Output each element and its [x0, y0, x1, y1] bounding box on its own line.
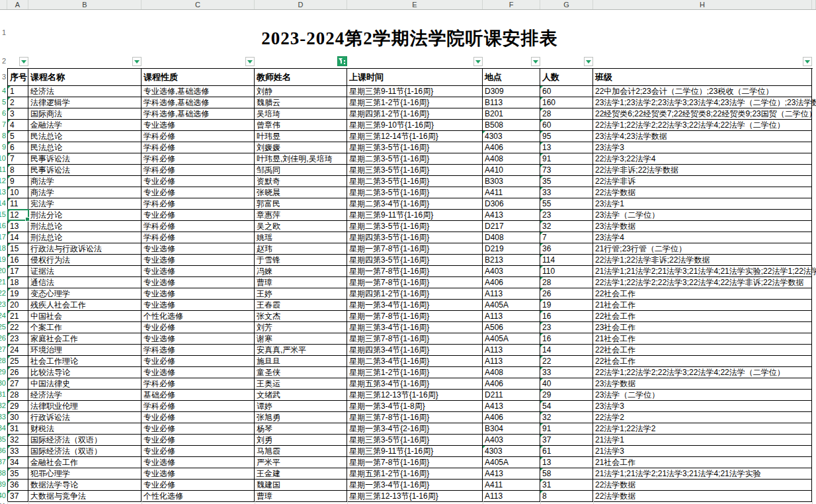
- cell[interactable]: 民法总论: [28, 142, 142, 153]
- cell[interactable]: 法律逻辑学: [28, 97, 142, 108]
- cell[interactable]: 中国法律史: [28, 378, 142, 390]
- cell[interactable]: 王婷: [255, 288, 347, 300]
- cell[interactable]: A413: [483, 468, 540, 480]
- cell[interactable]: 8: [8, 165, 28, 176]
- cell[interactable]: 23法学数据: [593, 378, 812, 390]
- cell[interactable]: 星期一第3-4节{1-8周}: [347, 401, 483, 412]
- filter-dropdown-button[interactable]: [531, 57, 540, 66]
- cell[interactable]: 26: [8, 367, 28, 378]
- cell[interactable]: 杨琴: [255, 423, 347, 435]
- cell[interactable]: 星期一第3-4节{1-16周}: [347, 300, 483, 311]
- cell[interactable]: B113: [483, 97, 540, 108]
- cell[interactable]: 23法学（二学位）: [593, 210, 812, 221]
- cell[interactable]: 星期一第7-8节{1-16周}: [347, 266, 483, 277]
- cell[interactable]: 22法学数据: [593, 480, 812, 491]
- cell[interactable]: 21法学1;21法学2;21法学3;21法学4;21法学实验: [593, 468, 812, 480]
- cell[interactable]: 基础必修: [142, 390, 255, 401]
- cell[interactable]: 经济法: [28, 86, 142, 97]
- cell[interactable]: 星期四第3-4节{1-16周}: [347, 345, 483, 356]
- row-number[interactable]: 5: [0, 98, 6, 106]
- cell[interactable]: 19: [8, 288, 28, 300]
- cell[interactable]: 社会工作理论: [28, 356, 142, 367]
- row-number[interactable]: 26: [0, 334, 6, 343]
- cell[interactable]: 4: [8, 120, 28, 131]
- row-number[interactable]: 20: [0, 267, 6, 275]
- cell[interactable]: 行政法与行政诉讼法: [28, 243, 142, 255]
- cell[interactable]: 环境治理: [28, 345, 142, 356]
- cell[interactable]: 星期三第12-14节{1-16周}: [347, 131, 483, 142]
- cell[interactable]: 星期四第3-5节{1-16周}: [347, 255, 483, 266]
- cell[interactable]: 专业必修: [142, 356, 255, 367]
- row-number[interactable]: 27: [0, 345, 6, 354]
- filter-dropdown-button[interactable]: [132, 57, 142, 66]
- cell[interactable]: 曹璋: [255, 277, 347, 288]
- cell[interactable]: 55: [540, 198, 593, 210]
- cell[interactable]: 刘芳: [255, 322, 347, 333]
- cell[interactable]: 专业选修: [142, 266, 255, 277]
- cell[interactable]: 22: [540, 356, 593, 367]
- column-letter[interactable]: G: [540, 0, 593, 9]
- row-number[interactable]: 10: [0, 154, 6, 163]
- row-number[interactable]: 12: [0, 177, 6, 185]
- filter-dropdown-button[interactable]: [803, 57, 812, 66]
- column-letter[interactable]: H: [593, 0, 812, 9]
- cell[interactable]: 73: [540, 165, 593, 176]
- cell[interactable]: 4303: [483, 446, 540, 457]
- row-number[interactable]: 11: [0, 165, 6, 174]
- cell[interactable]: 国际经济法（双语）: [28, 435, 142, 446]
- cell[interactable]: 23法学4;23法学数据: [593, 131, 812, 142]
- cell[interactable]: 15: [8, 243, 28, 255]
- cell[interactable]: 刑法分论: [28, 210, 142, 221]
- cell[interactable]: 商法学: [28, 187, 142, 198]
- cell[interactable]: 专业选修: [142, 457, 255, 468]
- cell[interactable]: 1: [8, 86, 28, 97]
- cell[interactable]: 22中加会计2;23会计（二学位）;23税收（二学位）: [593, 86, 812, 97]
- cell[interactable]: 星期四第1-2节{1-16周}: [347, 288, 483, 300]
- cell[interactable]: 110: [540, 266, 593, 277]
- column-letter-partial[interactable]: [812, 0, 816, 9]
- row-number[interactable]: 18: [0, 244, 6, 253]
- cell[interactable]: 22法学数据: [593, 491, 812, 502]
- cell[interactable]: 22社会工作: [593, 345, 812, 356]
- row-number[interactable]: 22: [0, 289, 6, 298]
- cell[interactable]: 16: [540, 311, 593, 322]
- row-number[interactable]: 13: [0, 188, 6, 196]
- cell[interactable]: 21法学3: [593, 446, 812, 457]
- row-number[interactable]: 9: [0, 143, 6, 151]
- cell[interactable]: 星期三第9-11节{1-16周}: [347, 446, 483, 457]
- cell[interactable]: D211: [483, 390, 540, 401]
- cell[interactable]: A113: [483, 491, 540, 502]
- row-number[interactable]: 4: [0, 87, 6, 95]
- cell[interactable]: 22社会工作: [593, 356, 812, 367]
- cell[interactable]: 宪法学: [28, 198, 142, 210]
- cell[interactable]: 叶玮昱: [255, 131, 347, 142]
- cell[interactable]: 刑法总论: [28, 232, 142, 243]
- cell[interactable]: B304: [483, 423, 540, 435]
- row-number[interactable]: 25: [0, 323, 6, 331]
- cell[interactable]: A406: [483, 142, 540, 153]
- cell[interactable]: 学科必修: [142, 165, 255, 176]
- cell[interactable]: A406: [483, 412, 540, 423]
- row-number[interactable]: 3: [0, 73, 6, 81]
- filter-dropdown-button[interactable]: [473, 57, 483, 66]
- cell[interactable]: 于雪锋: [255, 255, 347, 266]
- cell[interactable]: 郭富民: [255, 198, 347, 210]
- row-number[interactable]: 23: [0, 300, 6, 309]
- cell[interactable]: A406: [483, 277, 540, 288]
- cell[interactable]: 章惠萍: [255, 210, 347, 221]
- cell[interactable]: 民法总论: [28, 131, 142, 142]
- cell[interactable]: A406: [483, 378, 540, 390]
- cell[interactable]: 专业选修: [142, 288, 255, 300]
- cell[interactable]: B508: [483, 120, 540, 131]
- row-number[interactable]: 1: [0, 28, 6, 37]
- cell[interactable]: 19: [540, 300, 593, 311]
- cell[interactable]: 文绪武: [255, 390, 347, 401]
- cell[interactable]: 国际经济法（双语）: [28, 446, 142, 457]
- filter-dropdown-button[interactable]: [584, 57, 593, 66]
- cell[interactable]: 星期三第9-11节{1-16周}: [347, 86, 483, 97]
- cell[interactable]: 22法学1;22法学2;22法学3;22法学4;22法学（二学位）: [593, 367, 812, 378]
- cell[interactable]: 24: [8, 345, 28, 356]
- cell[interactable]: 吴培琦: [255, 108, 347, 120]
- cell[interactable]: 33: [540, 367, 593, 378]
- header-cell[interactable]: 地点: [483, 69, 540, 86]
